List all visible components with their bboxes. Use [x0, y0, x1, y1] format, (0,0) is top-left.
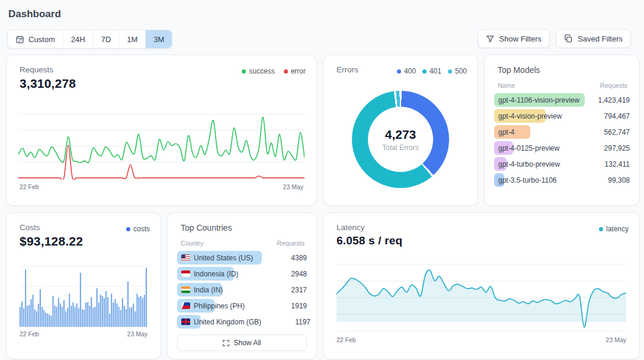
model-row[interactable]: gpt-4-0125-preview297,925: [494, 140, 630, 156]
country-requests-value: 4389: [262, 254, 307, 262]
x-axis-start-label: 22 Feb: [337, 336, 356, 343]
show-filters-button[interactable]: Show Filters: [478, 29, 550, 48]
errors-legend: 400401500: [397, 67, 467, 75]
model-name-cell: gpt-4-1106-vision-preview: [494, 93, 585, 107]
country-name-cell: United States (US): [177, 251, 262, 265]
model-row[interactable]: gpt-3.5-turbo-110699,308: [494, 172, 630, 188]
costs-total-value: $93,128.22: [20, 234, 83, 249]
errors-card-title: Errors: [337, 65, 358, 74]
legend-dot: [422, 69, 427, 74]
top-models-card: Top Models Name Requests gpt-4-1106-visi…: [484, 55, 640, 206]
show-filters-label: Show Filters: [499, 34, 542, 43]
model-requests-value: 562,747: [585, 128, 630, 136]
x-axis-end-label: 23 May: [127, 330, 148, 337]
model-name-label: gpt-4-0125-preview: [494, 144, 563, 152]
legend-label: 401: [430, 67, 441, 75]
costs-card-title: Costs: [20, 223, 40, 232]
top-models-title: Top Models: [498, 65, 540, 75]
saved-filters-copy-icon: [564, 34, 573, 43]
legend-dot: [397, 69, 401, 74]
legend-item-error[interactable]: error: [284, 67, 306, 75]
country-requests-value: 1197: [265, 318, 310, 326]
country-row[interactable]: Philippines (PH)1919: [177, 298, 307, 314]
saved-filters-button[interactable]: Saved Filters: [556, 29, 631, 48]
model-row[interactable]: gpt-4-turbo-preview132,411: [494, 156, 630, 172]
costs-bar-chart[interactable]: [20, 263, 148, 328]
errors-donut-center: 4,273 Total Errors: [368, 107, 433, 172]
country-row[interactable]: Indonesia (ID)2948: [177, 266, 307, 282]
top-countries-title: Top Countries: [181, 223, 232, 232]
country-row[interactable]: United Kingdom (GB)1197: [177, 314, 307, 330]
country-requests-value: 2317: [262, 286, 307, 294]
requests-line-chart[interactable]: [18, 111, 305, 180]
model-name-cell: gpt-4-0125-preview: [494, 141, 585, 155]
legend-dot: [448, 69, 452, 74]
country-name-label: Philippines (PH): [177, 302, 249, 310]
country-name-label: Indonesia (ID): [177, 270, 242, 278]
time-range-label: 24H: [71, 35, 85, 44]
model-name-cell: gpt-4: [494, 125, 585, 139]
top-models-columns: Name Requests: [498, 82, 627, 89]
name-text: gpt-4-0125-preview: [498, 144, 559, 152]
column-header-requests: Requests: [600, 82, 627, 89]
model-requests-value: 794,467: [585, 112, 630, 120]
latency-area-chart[interactable]: [337, 263, 626, 333]
calendar-icon: [15, 35, 24, 44]
legend-dot: [599, 227, 603, 231]
time-range-7d[interactable]: 7D: [93, 30, 119, 48]
costs-card: Costs costs $93,128.22 22 Feb 23 May: [6, 212, 161, 359]
legend-item-400[interactable]: 400: [397, 67, 416, 75]
legend-label: 500: [455, 67, 467, 75]
id-flag-icon: [181, 270, 190, 277]
filter-funnel-icon: [486, 34, 495, 43]
legend-item-latency[interactable]: latency: [599, 225, 629, 233]
gb-flag-icon: [181, 318, 190, 325]
country-row[interactable]: United States (US)4389: [177, 250, 307, 266]
legend-label: success: [249, 67, 274, 75]
show-all-button[interactable]: Show All: [177, 334, 307, 351]
model-name-label: gpt-4-1106-vision-preview: [494, 96, 584, 104]
legend-item-401[interactable]: 401: [422, 67, 441, 75]
legend-dot: [242, 69, 246, 74]
time-range-24h[interactable]: 24H: [63, 30, 93, 48]
errors-donut-chart[interactable]: 4,273 Total Errors: [352, 91, 449, 188]
column-header-requests: Requests: [277, 240, 305, 247]
x-axis-start-label: 22 Feb: [20, 330, 39, 337]
total-errors-label: Total Errors: [382, 144, 418, 152]
x-axis-end-label: 23 May: [283, 183, 303, 190]
expand-icon: [223, 340, 229, 346]
model-row[interactable]: gpt-4-1106-vision-preview1,423,419: [494, 92, 630, 108]
total-errors-value: 4,273: [385, 128, 416, 142]
column-header-name: Name: [498, 82, 515, 89]
country-name-cell: Indonesia (ID): [177, 267, 262, 281]
costs-legend: costs: [126, 225, 150, 233]
time-range-custom[interactable]: Custom: [8, 30, 63, 48]
model-name-cell: gpt-3.5-turbo-1106: [494, 173, 585, 187]
country-name-label: United Kingdom (GB): [177, 318, 265, 326]
time-range-3m[interactable]: 3M: [145, 30, 172, 48]
time-range-1m[interactable]: 1M: [118, 30, 145, 48]
model-row[interactable]: gpt-4562,747: [494, 124, 630, 140]
requests-total-value: 3,310,278: [20, 77, 76, 91]
x-axis-start-label: 22 Feb: [20, 183, 39, 190]
country-row[interactable]: India (IN)2317: [177, 282, 307, 298]
model-requests-value: 297,925: [585, 144, 630, 152]
name-text: Philippines (PH): [194, 302, 245, 310]
requests-x-axis: 22 Feb 23 May: [20, 183, 303, 190]
requests-card-title: Requests: [20, 65, 53, 74]
legend-item-costs[interactable]: costs: [126, 225, 150, 233]
top-countries-rows: United States (US)4389Indonesia (ID)2948…: [177, 250, 307, 330]
latency-legend: latency: [599, 225, 629, 233]
time-range-selector: Custom24H7D1M3M: [7, 30, 172, 49]
latency-card: Latency latency 6.058 s / req 22 Feb 23 …: [323, 212, 640, 359]
legend-label: costs: [133, 225, 150, 233]
model-name-label: gpt-3.5-turbo-1106: [494, 176, 561, 184]
name-text: gpt-4: [498, 128, 514, 136]
country-requests-value: 1919: [262, 302, 307, 310]
time-range-label: Custom: [28, 35, 55, 44]
model-row[interactable]: gpt-4-vision-preview794,467: [494, 108, 630, 124]
country-name-cell: United Kingdom (GB): [177, 315, 265, 329]
legend-item-success[interactable]: success: [242, 67, 274, 75]
legend-item-500[interactable]: 500: [448, 67, 467, 75]
model-requests-value: 132,411: [585, 160, 630, 168]
